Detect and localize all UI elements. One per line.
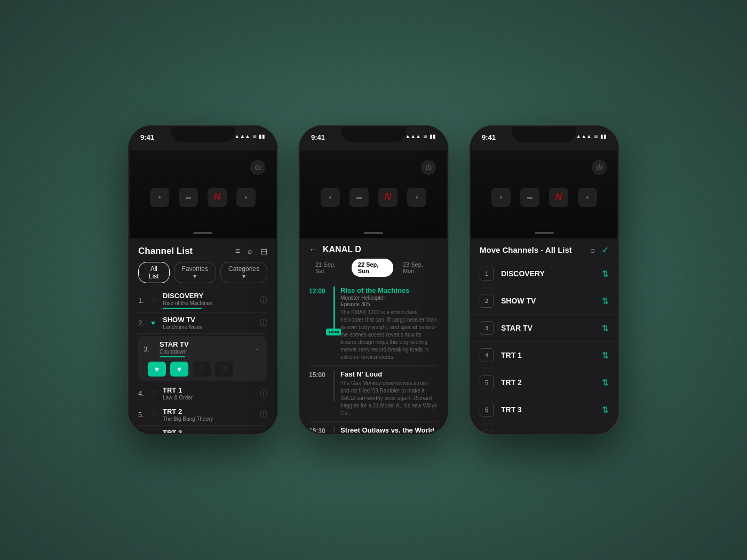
drag-handle-5[interactable]: ⇅ [602,378,609,388]
move-screen: Move Channels - All List ⌕ ✓ 1 DISCOVERY… [471,238,617,433]
move-ch-item-5[interactable]: 5 TRT 2 ⇅ [471,369,617,396]
ch-name-1: DISCOVERY [163,292,260,300]
media-icon-3-2: ▬ [520,188,539,207]
all-list-button[interactable]: All List [138,262,170,283]
move-ch-num-6: 6 [480,403,494,417]
drag-handle-2[interactable]: ⇅ [602,296,609,306]
media-area-1: ● ▬ N ● [130,150,276,238]
move-ch-name-7: ATV [501,433,602,433]
ch-prog-3: Countdown [160,349,189,355]
filter-icon[interactable]: ⊟ [260,246,267,257]
phone-3: 9:41 ▲▲▲ ≋ ▮▮ ● [470,125,619,435]
ch-num-1: 1. [138,297,151,305]
move-ch-item-2[interactable]: 2 SHOW TV ⇅ [471,287,617,315]
prog-desc-2: The Gas Monkey crew revives a rust-and-r… [340,380,438,417]
ch-heart-2[interactable]: ♥ [151,319,161,327]
move-ch-item-7[interactable]: 7 ATV ⇅ [471,423,617,433]
ch-num-4: 4. [138,389,151,397]
media-icon-4: ● [236,188,256,207]
fav-icon-2[interactable]: ♥ [170,362,188,377]
ch-info-btn-6[interactable]: ⓘ [260,433,267,433]
channel-item-1[interactable]: 1. ♡ DISCOVERY Rise of the Machines ⓘ [138,289,267,313]
favorite-icons-row: ♥ ♥ ♡ ♡ [144,362,262,377]
ch-info-6: TRT 3 Planet Animals [163,429,260,433]
netflix-icon-2: N [378,188,398,207]
ch-num-2: 2. [138,319,151,327]
move-ch-item-1[interactable]: 1 DISCOVERY ⇅ [471,260,617,287]
sort-icon[interactable]: ≡ [235,246,240,256]
move-ch-name-5: TRT 2 [501,378,602,387]
drag-handle-4[interactable]: ⇅ [602,350,609,361]
ch-name-5: TRT 2 [163,407,260,415]
power-indicator [250,160,265,175]
status-time-3: 9:41 [482,133,496,141]
wifi-icon-2: ≋ [423,133,427,139]
move-ch-item-4[interactable]: 4 TRT 1 ⇅ [471,342,617,369]
confirm-icon[interactable]: ✓ [602,245,609,255]
status-icons-3: ▲▲▲ ≋ ▮▮ [576,133,607,139]
power-indicator-2 [421,160,436,175]
ch-info-btn-4[interactable]: ⓘ [260,389,267,398]
media-icon-3-1: ● [491,188,511,207]
move-ch-name-6: TRT 3 [501,405,602,414]
close-expanded-icon[interactable]: ← [255,345,262,353]
netflix-icon-3: N [549,188,568,207]
prog-content-1: Rise of the Machines Monster Helicopter … [340,286,438,361]
move-ch-item-6[interactable]: 6 TRT 3 ⇅ [471,396,617,423]
drag-handle-1[interactable]: ⇅ [602,269,609,279]
program-item-2[interactable]: 15:00 Fast N' Loud The Gas Monkey crew r… [309,366,438,422]
ch-heart-4[interactable]: ♡ [151,389,161,397]
heart-4-icon: ♡ [221,365,228,373]
move-ch-name-4: TRT 1 [501,351,602,359]
drag-handle-7[interactable]: ⇅ [602,432,609,434]
search-icon-3[interactable]: ⌕ [590,245,595,255]
channel-item-2[interactable]: 2. ♥ SHOW TV Lunchtime News ⓘ [138,313,267,334]
fav-icon-4[interactable]: ♡ [215,362,233,377]
ch-info-5: TRT 2 The Big Bang Theory [163,407,260,422]
status-time-1: 9:41 [140,133,154,141]
date-tab-sat[interactable]: 21 Sep, Sat [309,259,348,277]
ch-info-btn-1[interactable]: ⓘ [260,295,267,305]
program-item-3[interactable]: 18:30 Street Outlaws vs. the World The s… [309,422,438,433]
power-indicator-3 [592,160,607,175]
ch-info-btn-5[interactable]: ⓘ [260,410,267,420]
move-header-icons: ⌕ ✓ [590,245,609,255]
prog-sub-1: Monster Helicopter [340,295,438,301]
search-icon-1[interactable]: ⌕ [248,246,253,256]
media-icon-1: ● [150,188,169,207]
guide-back-button[interactable]: ← [309,245,317,254]
move-ch-num-3: 3 [480,321,494,335]
prog-badge-1: 14:45 [326,329,341,335]
ch-info-1: DISCOVERY Rise of the Machines [163,292,260,309]
media-handle-2 [364,232,383,234]
ch-num-5: 5. [138,411,151,419]
drag-handle-6[interactable]: ⇅ [602,405,609,415]
wifi-icon: ≋ [252,133,257,139]
fav-icon-1[interactable]: ♥ [148,362,166,377]
ch-heart-1[interactable]: ♡ [151,297,161,305]
program-item-1[interactable]: 12:00 14:45 Rise of the Machines Monster… [309,282,438,366]
channel-item-4[interactable]: 4. ♡ TRT 1 Law & Order ⓘ [138,383,267,404]
move-header: Move Channels - All List ⌕ ✓ [471,238,617,260]
categories-button[interactable]: Categories ▾ [220,262,267,283]
media-icons-row-3: ● ▬ N ● [491,188,597,207]
drag-handle-3[interactable]: ⇅ [602,323,609,333]
date-tab-mon[interactable]: 23 Sep, Mon [396,259,438,277]
status-icons-1: ▲▲▲ ≋ ▮▮ [234,133,265,139]
channel-list-header: Channel List ≡ ⌕ ⊟ [138,238,267,262]
channel-item-6[interactable]: 6. ♡ TRT 3 Planet Animals ⓘ [138,426,267,433]
ch-info-btn-2[interactable]: ⓘ [260,318,267,328]
ch-heart-5[interactable]: ♡ [151,411,161,419]
channel-item-3-expanded[interactable]: 3. STAR TV Countdown ← ♥ [138,336,267,381]
favorites-button[interactable]: Favorites ▾ [174,262,216,283]
move-ch-item-3[interactable]: 3 STAR TV ⇅ [471,315,617,342]
ch-prog-2: Lunchtime News [163,324,260,330]
channel-item-5[interactable]: 5. ♡ TRT 2 The Big Bang Theory ⓘ [138,404,267,426]
date-tab-sun[interactable]: 22 Sep, Sun [352,259,393,277]
notch-3 [512,127,576,142]
fav-icon-3[interactable]: ♡ [193,362,211,377]
media-icons-row-2: ● ▬ N ● [321,188,426,207]
ch-info-2: SHOW TV Lunchtime News [163,316,260,330]
media-area-2: ● ▬ N ● [300,150,447,238]
media-icon-2-1: ● [321,188,340,207]
